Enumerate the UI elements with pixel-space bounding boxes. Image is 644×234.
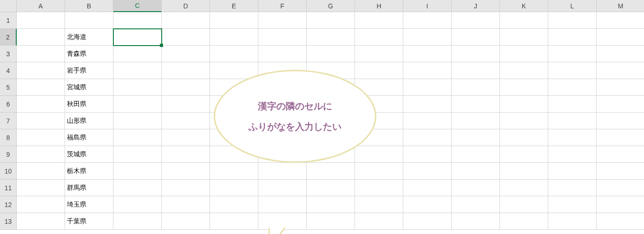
cell-C9[interactable]	[113, 146, 162, 163]
row-header-6[interactable]: 6	[0, 96, 17, 113]
row-header-1[interactable]: 1	[0, 12, 17, 29]
row-header-13[interactable]: 13	[0, 213, 17, 230]
cell-K12[interactable]	[500, 196, 548, 213]
row-header-10[interactable]: 10	[0, 163, 17, 180]
column-header-F[interactable]: F	[258, 0, 307, 12]
cell-A3[interactable]	[17, 46, 65, 62]
cell-H10[interactable]	[355, 163, 403, 180]
row-header-5[interactable]: 5	[0, 79, 17, 96]
cell-J12[interactable]	[452, 196, 500, 213]
cell-C7[interactable]	[113, 113, 162, 129]
cell-M12[interactable]	[597, 196, 644, 213]
cell-I11[interactable]	[403, 180, 452, 196]
cell-J2[interactable]	[452, 29, 500, 46]
cell-A6[interactable]	[17, 96, 65, 113]
cell-L3[interactable]	[548, 46, 597, 62]
cell-J11[interactable]	[452, 180, 500, 196]
cell-A5[interactable]	[17, 79, 65, 96]
cell-I6[interactable]	[403, 96, 452, 113]
cell-H3[interactable]	[355, 46, 403, 62]
cell-L4[interactable]	[548, 62, 597, 79]
cell-F1[interactable]	[258, 12, 307, 29]
cell-M6[interactable]	[597, 96, 644, 113]
cell-L11[interactable]	[548, 180, 597, 196]
cell-C8[interactable]	[113, 129, 162, 146]
cell-H13[interactable]	[355, 213, 403, 230]
cell-B2[interactable]: 北海道	[65, 29, 113, 46]
cell-D6[interactable]	[162, 96, 210, 113]
column-header-C[interactable]: C	[113, 0, 162, 12]
cell-I9[interactable]	[403, 146, 452, 163]
cell-K8[interactable]	[500, 129, 548, 146]
cell-E1[interactable]	[210, 12, 258, 29]
cell-B6[interactable]: 秋田県	[65, 96, 113, 113]
cell-D13[interactable]	[162, 213, 210, 230]
cell-C4[interactable]	[113, 62, 162, 79]
cell-I5[interactable]	[403, 79, 452, 96]
cell-D4[interactable]	[162, 62, 210, 79]
cell-M5[interactable]	[597, 79, 644, 96]
cell-D7[interactable]	[162, 113, 210, 129]
cell-H1[interactable]	[355, 12, 403, 29]
cell-C12[interactable]	[113, 196, 162, 213]
cell-D9[interactable]	[162, 146, 210, 163]
cell-E10[interactable]	[210, 163, 258, 180]
cell-B8[interactable]: 福島県	[65, 129, 113, 146]
cell-J3[interactable]	[452, 46, 500, 62]
cell-G10[interactable]	[307, 163, 355, 180]
cell-B12[interactable]: 埼玉県	[65, 196, 113, 213]
cell-C10[interactable]	[113, 163, 162, 180]
column-header-B[interactable]: B	[65, 0, 113, 12]
cell-A9[interactable]	[17, 146, 65, 163]
cell-A8[interactable]	[17, 129, 65, 146]
cell-M8[interactable]	[597, 129, 644, 146]
cell-K13[interactable]	[500, 213, 548, 230]
cell-M9[interactable]	[597, 146, 644, 163]
cell-I3[interactable]	[403, 46, 452, 62]
cell-K6[interactable]	[500, 96, 548, 113]
cell-G2[interactable]	[307, 29, 355, 46]
cell-I13[interactable]	[403, 213, 452, 230]
cell-B7[interactable]: 山形県	[65, 113, 113, 129]
cell-L9[interactable]	[548, 146, 597, 163]
cell-C2[interactable]	[113, 29, 162, 46]
cell-E13[interactable]	[210, 213, 258, 230]
cell-D5[interactable]	[162, 79, 210, 96]
cell-L13[interactable]	[548, 213, 597, 230]
cell-F3[interactable]	[258, 46, 307, 62]
cell-K9[interactable]	[500, 146, 548, 163]
cell-B3[interactable]: 青森県	[65, 46, 113, 62]
cell-H2[interactable]	[355, 29, 403, 46]
cell-G11[interactable]	[307, 180, 355, 196]
cell-A2[interactable]	[17, 29, 65, 46]
cell-J10[interactable]	[452, 163, 500, 180]
column-header-A[interactable]: A	[17, 0, 65, 12]
cell-C5[interactable]	[113, 79, 162, 96]
cell-B11[interactable]: 群馬県	[65, 180, 113, 196]
cell-F2[interactable]	[258, 29, 307, 46]
cell-E11[interactable]	[210, 180, 258, 196]
cell-F12[interactable]	[258, 196, 307, 213]
cell-A10[interactable]	[17, 163, 65, 180]
row-header-7[interactable]: 7	[0, 113, 17, 129]
cell-H12[interactable]	[355, 196, 403, 213]
cell-D10[interactable]	[162, 163, 210, 180]
cell-K4[interactable]	[500, 62, 548, 79]
row-header-2[interactable]: 2	[0, 29, 17, 46]
cell-G3[interactable]	[307, 46, 355, 62]
cell-J13[interactable]	[452, 213, 500, 230]
cell-B9[interactable]: 茨城県	[65, 146, 113, 163]
cell-J9[interactable]	[452, 146, 500, 163]
cell-J7[interactable]	[452, 113, 500, 129]
cell-D3[interactable]	[162, 46, 210, 62]
cell-K10[interactable]	[500, 163, 548, 180]
cell-I1[interactable]	[403, 12, 452, 29]
cell-L2[interactable]	[548, 29, 597, 46]
column-header-J[interactable]: J	[452, 0, 500, 12]
cell-K2[interactable]	[500, 29, 548, 46]
cell-C6[interactable]	[113, 96, 162, 113]
cell-L12[interactable]	[548, 196, 597, 213]
cell-C1[interactable]	[113, 12, 162, 29]
cell-J5[interactable]	[452, 79, 500, 96]
select-all-corner[interactable]	[0, 0, 17, 12]
